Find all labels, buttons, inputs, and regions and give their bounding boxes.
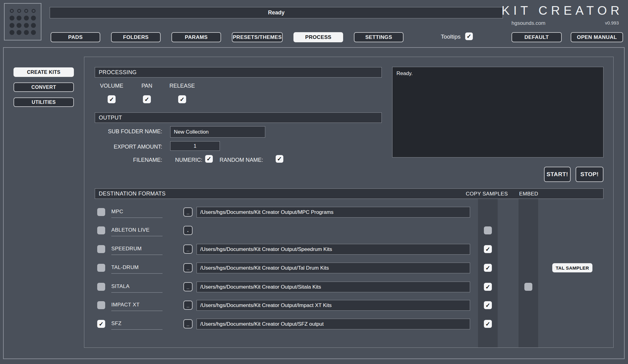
- numeric-checkbox[interactable]: [205, 155, 213, 163]
- destination-formats-header: DESTINATION FORMATS COPY SAMPLES EMBED: [95, 188, 603, 199]
- pad-dot-icon: [17, 30, 21, 35]
- processing-option-label: VOLUME: [100, 83, 123, 89]
- pad-dot-icon: [24, 16, 29, 21]
- random-name-checkbox[interactable]: [276, 155, 283, 163]
- dest-ableton-live-copy-samples-checkbox[interactable]: [484, 226, 492, 234]
- dest-sitala-path-field[interactable]: /Users/hgs/Documents/Kit Creator Output/…: [197, 282, 470, 292]
- pad-grid-logo-icon: [4, 3, 41, 40]
- dest-tal-drum-extra-button[interactable]: TAL SAMPLER: [552, 263, 592, 272]
- dest-impact-xt-enable-checkbox[interactable]: [97, 301, 105, 309]
- dest-mpc-enable-checkbox[interactable]: [97, 208, 105, 216]
- kit-creator-window: Ready PADSFOLDERSPARAMSPRESETS/THEMESPRO…: [0, 0, 628, 364]
- pad-dot-icon: [10, 9, 14, 13]
- tooltips-label: Tooltips: [423, 33, 461, 40]
- tooltips-checkbox[interactable]: [465, 32, 473, 40]
- volume-checkbox[interactable]: [108, 95, 116, 103]
- default-button[interactable]: DEFAULT: [511, 32, 562, 42]
- dest-sfz-copy-samples-checkbox[interactable]: [484, 320, 492, 328]
- sub-folder-input[interactable]: [170, 126, 265, 138]
- export-amount-label: EXPORT AMOUNT:: [92, 144, 162, 150]
- pad-dot-icon: [31, 23, 36, 28]
- filename-label: FILENAME:: [92, 157, 162, 163]
- status-bar: Ready: [50, 7, 503, 18]
- release-checkbox[interactable]: [178, 95, 186, 103]
- dest-sfz-browse-button[interactable]: _: [183, 319, 193, 328]
- tab-settings[interactable]: SETTINGS: [354, 32, 404, 42]
- pad-dot-icon: [24, 30, 29, 35]
- start-button[interactable]: START!: [544, 167, 571, 182]
- dest-speedrum-browse-button[interactable]: _: [183, 245, 193, 254]
- pad-dot-icon: [32, 9, 36, 13]
- sidebar-item-utilities[interactable]: UTILITIES: [13, 97, 74, 107]
- dest-sitala-browse-button[interactable]: _: [183, 282, 193, 291]
- dest-impact-xt-path-field[interactable]: /Users/hgs/Documents/Kit Creator Output/…: [197, 300, 470, 311]
- dest-speedrum-path-field[interactable]: /Users/hgs/Documents/Kit Creator Output/…: [197, 244, 470, 255]
- dest-speedrum-name[interactable]: SPEEDRUM: [111, 246, 163, 255]
- dest-sitala-copy-samples-checkbox[interactable]: [484, 283, 492, 291]
- dest-sitala-embed-checkbox[interactable]: [524, 283, 532, 291]
- destination-formats-label: DESTINATION FORMATS: [99, 191, 166, 197]
- sidebar-item-convert[interactable]: CONVERT: [13, 82, 74, 92]
- dest-sitala-enable-checkbox[interactable]: [97, 283, 105, 291]
- dest-sfz-path-field[interactable]: /Users/hgs/Documents/Kit Creator Output/…: [197, 319, 470, 329]
- numeric-label: NUMERIC:: [175, 157, 202, 163]
- dest-tal-drum-name[interactable]: TAL-DRUM: [111, 264, 163, 274]
- processing-header-label: PROCESSING: [99, 69, 137, 76]
- pad-dot-icon: [17, 9, 21, 13]
- open-manual-button[interactable]: OPEN MANUAL: [571, 32, 623, 42]
- dest-mpc-path-field[interactable]: /Users/hgs/Documents/Kit Creator Output/…: [197, 207, 470, 218]
- tab-pads[interactable]: PADS: [51, 32, 100, 42]
- app-title: KIT CREATOR: [502, 4, 623, 17]
- pad-dot-icon: [24, 23, 29, 28]
- dest-tal-drum-enable-checkbox[interactable]: [97, 264, 105, 272]
- output-header: OUTPUT: [95, 112, 382, 123]
- brand-subrow: hgsounds.com v0.993: [511, 20, 619, 26]
- tab-params[interactable]: PARAMS: [171, 32, 221, 42]
- processing-option-release: RELEASE: [161, 83, 204, 103]
- dest-tal-drum-copy-samples-checkbox[interactable]: [484, 264, 492, 272]
- export-amount-input[interactable]: 1: [170, 141, 220, 151]
- pad-dot-icon: [31, 30, 36, 35]
- dest-impact-xt-browse-button[interactable]: _: [183, 301, 193, 310]
- dest-speedrum-enable-checkbox[interactable]: [97, 245, 105, 253]
- tab-process[interactable]: PROCESS: [293, 32, 343, 42]
- sidebar: CREATE KITSCONVERTUTILITIES: [13, 67, 74, 107]
- pan-checkbox[interactable]: [143, 95, 151, 103]
- pad-dot-icon: [17, 16, 21, 21]
- dest-sfz-enable-checkbox[interactable]: [97, 320, 105, 328]
- dest-ableton-live-name[interactable]: ABLETON LIVE: [111, 227, 163, 236]
- processing-option-label: PAN: [141, 83, 152, 89]
- dest-sfz-name[interactable]: SFZ: [111, 320, 163, 330]
- dest-sitala-name[interactable]: SITALA: [111, 283, 163, 293]
- dest-impact-xt-copy-samples-checkbox[interactable]: [484, 301, 492, 309]
- dest-mpc-browse-button[interactable]: _: [183, 207, 193, 217]
- dest-ableton-live-browse-button[interactable]: .: [183, 226, 193, 235]
- site-link: hgsounds.com: [511, 20, 546, 26]
- dest-ableton-live-enable-checkbox[interactable]: [97, 226, 105, 234]
- stop-button[interactable]: STOP!: [576, 167, 603, 182]
- tab-folders[interactable]: FOLDERS: [111, 32, 161, 42]
- processing-option-label: RELEASE: [169, 83, 195, 89]
- tab-bar: PADSFOLDERSPARAMSPRESETS/THEMESPROCESSSE…: [51, 32, 404, 42]
- log-box: Ready.: [392, 67, 603, 157]
- pad-dot-icon: [10, 16, 14, 21]
- status-text: Ready: [268, 9, 285, 16]
- dest-tal-drum-browse-button[interactable]: _: [183, 263, 193, 272]
- pad-dot-icon: [24, 9, 28, 13]
- embed-column-label: EMBED: [519, 191, 538, 197]
- log-text: Ready.: [396, 70, 413, 76]
- copy-samples-column-label: COPY SAMPLES: [466, 191, 508, 197]
- sidebar-item-create-kits[interactable]: CREATE KITS: [13, 67, 74, 77]
- output-header-label: OUTPUT: [99, 115, 122, 121]
- pad-dot-icon: [10, 23, 14, 28]
- dest-mpc-name[interactable]: MPC: [111, 209, 163, 218]
- sub-folder-label: SUB FOLDER NAME:: [92, 128, 162, 135]
- processing-header: PROCESSING: [95, 67, 382, 78]
- embed-column-strip: [519, 199, 538, 347]
- version-label: v0.993: [605, 20, 619, 26]
- pad-dot-icon: [10, 30, 14, 35]
- dest-speedrum-copy-samples-checkbox[interactable]: [484, 245, 492, 253]
- dest-tal-drum-path-field[interactable]: /Users/hgs/Documents/Kit Creator Output/…: [197, 263, 470, 273]
- tab-presets-themes[interactable]: PRESETS/THEMES: [232, 32, 283, 42]
- dest-impact-xt-name[interactable]: IMPACT XT: [111, 302, 163, 311]
